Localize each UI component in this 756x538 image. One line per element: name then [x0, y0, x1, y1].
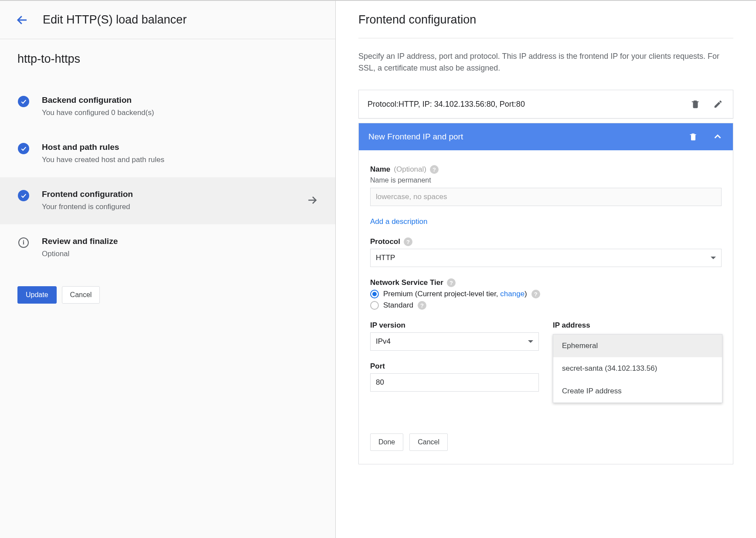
delete-icon[interactable] — [688, 131, 699, 142]
help-icon[interactable]: ? — [531, 290, 540, 298]
tier-premium-text: Premium (Current project-level tier, — [383, 290, 500, 298]
tier-premium-radio[interactable]: Premium (Current project-level tier, cha… — [370, 290, 722, 298]
load-balancer-name: http-to-https — [0, 39, 335, 69]
tier-change-link[interactable]: change — [500, 290, 524, 298]
ip-option-ephemeral[interactable]: Ephemeral — [553, 335, 722, 357]
section-title: Frontend configuration — [358, 11, 733, 38]
ip-address-label: IP address — [553, 321, 590, 330]
tier-standard-radio[interactable]: Standard ? — [370, 301, 722, 310]
chevron-up-icon[interactable] — [712, 131, 723, 142]
help-icon[interactable]: ? — [404, 237, 412, 246]
step-review-finalize[interactable]: i Review and finalize Optional — [0, 224, 335, 271]
step-subtitle: Your frontend is configured — [42, 203, 318, 211]
step-subtitle: You have configured 0 backend(s) — [42, 108, 318, 117]
check-icon — [17, 142, 30, 155]
add-description-link[interactable]: Add a description — [370, 217, 427, 226]
frontend-row-summary: Protocol:HTTP, IP: 34.102.133.56:80, Por… — [368, 100, 679, 109]
update-button[interactable]: Update — [17, 286, 57, 304]
ip-version-value: IPv4 — [376, 337, 391, 346]
tier-standard-text: Standard — [383, 301, 413, 310]
edit-icon[interactable] — [712, 98, 724, 110]
port-label: Port — [370, 362, 385, 371]
protocol-value: HTTP — [376, 254, 395, 262]
name-hint: Name is permanent — [370, 176, 722, 184]
step-title: Review and finalize — [42, 237, 318, 246]
check-icon — [17, 189, 30, 202]
ip-version-select[interactable]: IPv4 — [370, 332, 539, 351]
tier-label: Network Service Tier — [370, 278, 443, 287]
help-icon[interactable]: ? — [430, 165, 439, 174]
arrow-right-icon — [306, 195, 318, 207]
ip-version-label: IP version — [370, 321, 405, 330]
protocol-select[interactable]: HTTP — [370, 249, 722, 267]
step-title: Host and path rules — [42, 142, 318, 152]
ip-option-create[interactable]: Create IP address — [553, 380, 722, 403]
name-input[interactable] — [370, 188, 722, 206]
step-host-path-rules[interactable]: Host and path rules You have created hos… — [0, 130, 335, 177]
protocol-label: Protocol — [370, 237, 400, 246]
page-title: Edit HTTP(S) load balancer — [43, 13, 187, 27]
step-title: Backend configuration — [42, 95, 318, 105]
name-label: Name — [370, 165, 390, 174]
step-backend-configuration[interactable]: Backend configuration You have configure… — [0, 83, 335, 130]
new-frontend-header[interactable]: New Frontend IP and port — [359, 123, 733, 150]
check-icon — [17, 95, 30, 108]
step-frontend-configuration[interactable]: Frontend configuration Your frontend is … — [0, 177, 335, 224]
ip-option-existing[interactable]: secret-santa (34.102.133.56) — [553, 357, 722, 380]
done-button[interactable]: Done — [370, 433, 403, 451]
info-icon: i — [17, 237, 30, 249]
delete-icon[interactable] — [689, 98, 702, 110]
step-subtitle: Optional — [42, 250, 318, 258]
help-icon[interactable]: ? — [447, 278, 456, 287]
back-arrow-icon[interactable] — [16, 14, 29, 27]
frontend-existing-row[interactable]: Protocol:HTTP, IP: 34.102.133.56:80, Por… — [358, 90, 733, 118]
cancel-button[interactable]: Cancel — [62, 286, 100, 304]
step-subtitle: You have created host and path rules — [42, 156, 318, 164]
help-icon[interactable]: ? — [418, 301, 426, 310]
step-title: Frontend configuration — [42, 189, 318, 199]
form-cancel-button[interactable]: Cancel — [409, 433, 448, 451]
caret-down-icon — [528, 340, 533, 343]
tier-premium-close: ) — [524, 290, 527, 298]
ip-address-dropdown[interactable]: Ephemeral secret-santa (34.102.133.56) C… — [553, 334, 722, 403]
port-select[interactable]: 80 — [370, 373, 539, 392]
new-frontend-title: New Frontend IP and port — [368, 132, 674, 142]
port-value: 80 — [376, 378, 384, 387]
name-optional: (Optional) — [394, 165, 426, 174]
caret-down-icon — [711, 257, 716, 259]
section-description: Specify an IP address, port and protocol… — [358, 38, 733, 90]
